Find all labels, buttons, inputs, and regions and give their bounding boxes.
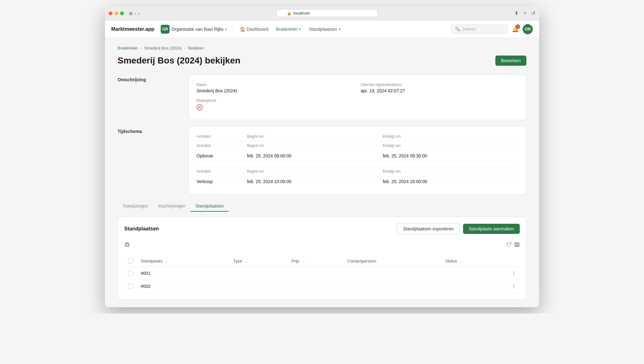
row-select-0[interactable] <box>128 271 133 276</box>
edit-button[interactable]: Bewerken <box>495 56 526 66</box>
col-prijs-header[interactable]: Prijs ⌄ <box>288 255 344 267</box>
share-icon[interactable]: ⬆ <box>514 10 518 16</box>
col-type-header[interactable]: Type ⌄ <box>229 255 288 267</box>
svg-rect-6 <box>515 243 516 247</box>
row-status-0 <box>441 267 507 280</box>
user-avatar[interactable]: OR <box>523 24 533 34</box>
tijdschema-card: Activiteit Begint om Eindigt om Activite… <box>189 126 526 195</box>
row-menu-1[interactable]: ⋮ <box>507 280 520 293</box>
standplaatsen-header: Standplaatsen Standplaatsen exporteren S… <box>124 223 520 234</box>
address-input[interactable]: 🔒 localhost <box>276 9 378 17</box>
back-button[interactable]: ‹ <box>135 11 136 16</box>
notification-button[interactable]: 🔔 0 <box>512 26 519 33</box>
sidebar-toggle[interactable]: ⊞ <box>129 11 133 16</box>
table-header-row: Standplaats ⌄ Type ⌄ Prijs ⌄ Contactpe <box>124 255 520 267</box>
svg-rect-8 <box>518 243 519 247</box>
nav-braderijen-label: Braderieën <box>276 27 298 32</box>
svg-rect-4 <box>126 245 128 246</box>
tab-inschrijvingen[interactable]: Inschrijvingen <box>153 201 190 212</box>
row-standplaats-0: #001 <box>137 267 229 280</box>
breadcrumb: Braderieën › Smederij Bos (2024) › Bekij… <box>118 46 526 50</box>
row-prijs-0 <box>288 267 344 280</box>
row-contact-1 <box>344 280 441 293</box>
org-chevron-icon: ▾ <box>225 27 227 32</box>
col-checkbox-header <box>124 255 137 267</box>
search-icon: 🔍 <box>455 27 460 31</box>
bc-sep-1: › <box>140 46 142 50</box>
naam-value: Smederij Bos (2024) <box>196 88 354 93</box>
navbar: Marktmeester.app OR Organisatie van Ravi… <box>105 20 539 38</box>
nav-standplaatsen[interactable]: Standplaatsen ▾ <box>306 27 343 32</box>
reload-icon[interactable]: ↺ <box>531 10 535 16</box>
omschrijving-label: Omschrijving <box>118 75 181 120</box>
plattegrond-icon <box>196 104 518 112</box>
create-standplaats-button[interactable]: Standplaats aanmaken <box>463 224 520 234</box>
row-checkbox-0 <box>124 267 137 280</box>
braderijen-chevron-icon: ▾ <box>299 27 301 32</box>
schedule-data-row-0: Opbouw feb. 25, 2024 08:00:00 feb. 25, 2… <box>196 151 518 161</box>
nav-standplaatsen-label: Standplaatsen <box>309 27 337 32</box>
eindigt-label-0: Eindigt om <box>383 141 518 151</box>
nav-dashboard-label: Dashboard <box>247 27 268 32</box>
svg-rect-7 <box>516 243 518 247</box>
begint-value-1: feb. 25, 2024 10:00:00 <box>247 176 383 187</box>
select-all-checkbox[interactable] <box>128 258 133 263</box>
tab-toewijzingen[interactable]: Toewijzingen <box>118 201 153 212</box>
col-contactpersoon-header: Contactpersoon <box>344 255 441 267</box>
data-table: Standplaats ⌄ Type ⌄ Prijs ⌄ Contactpe <box>124 255 520 293</box>
row-select-1[interactable] <box>128 284 133 289</box>
search-placeholder: Zoeken <box>462 27 476 31</box>
registratie-item: Uiterste registratiedatum apr. 19, 2024 … <box>361 83 518 93</box>
breadcrumb-smederij[interactable]: Smederij Bos (2024) <box>144 46 182 50</box>
begint-label-1: Begint om <box>247 167 383 176</box>
filter-button[interactable]: ⛉ 0 <box>506 242 512 248</box>
maximize-button[interactable] <box>120 11 124 15</box>
org-selector[interactable]: Organisatie van Ravi Rijks ▾ <box>171 27 227 32</box>
registratie-label: Uiterste registratiedatum <box>361 83 518 87</box>
schedule-header-row-1: Activiteit Begint om Eindigt om <box>196 167 518 176</box>
breadcrumb-braderijen[interactable]: Braderieën <box>118 46 138 50</box>
omschrijving-grid: Naam Smederij Bos (2024) Uiterste regist… <box>196 83 518 93</box>
standplaats-sort-icon: ⌄ <box>165 259 168 263</box>
forward-button[interactable]: › <box>138 11 140 16</box>
breadcrumb-bekijken: Bekijken <box>188 46 204 50</box>
address-bar: 🔒 localhost <box>142 9 512 17</box>
bc-sep-2: › <box>184 46 185 50</box>
eindigt-label-1: Eindigt om <box>383 167 518 176</box>
lock-icon: 🔒 <box>287 11 292 16</box>
eindigt-value-0: feb. 25, 2024 09:30:00 <box>383 151 518 161</box>
eindigt-value-1: feb. 25, 2024 16:00:00 <box>383 176 518 187</box>
nav-dashboard[interactable]: 🏠 Dashboard <box>237 27 271 32</box>
export-button[interactable]: Standplaatsen exporteren <box>397 223 460 234</box>
standplaatsen-actions: Standplaatsen exporteren Standplaats aan… <box>397 223 520 234</box>
nav-separator <box>232 25 232 33</box>
svg-point-5 <box>128 244 129 245</box>
columns-button[interactable] <box>514 242 520 249</box>
new-tab-icon[interactable]: ＋ <box>522 10 527 17</box>
row-menu-0[interactable]: ⋮ <box>507 267 520 280</box>
col-activiteit: Activiteit <box>196 134 247 141</box>
window-controls: ⊞ ‹ › <box>129 11 139 16</box>
table-row[interactable]: #002 ⋮ <box>124 280 520 293</box>
main-content: Braderieën › Smederij Bos (2024) › Bekij… <box>105 38 539 307</box>
schedule-header-row-0: Activiteit Begint om Eindigt om <box>196 141 518 151</box>
activiteit-label-1: Activiteit <box>196 167 247 176</box>
table-row[interactable]: #001 ⋮ <box>124 267 520 280</box>
begint-value-0: feb. 25, 2024 08:00:00 <box>247 151 383 161</box>
tab-standplaatsen[interactable]: Standplaatsen <box>190 201 229 212</box>
row-prijs-1 <box>288 280 344 293</box>
close-button[interactable] <box>109 11 113 15</box>
house-icon: 🏠 <box>240 27 245 32</box>
printer-button[interactable] <box>124 242 130 249</box>
minimize-button[interactable] <box>114 11 118 15</box>
search-box[interactable]: 🔍 Zoeken <box>451 24 508 34</box>
row-contact-0 <box>344 267 441 280</box>
standplaatsen-title: Standplaatsen <box>124 226 159 232</box>
nav-braderijen[interactable]: Braderieën ▾ <box>274 27 304 32</box>
col-status-header[interactable]: Status ⌄ <box>441 255 507 267</box>
toolbar-right: ⛉ 0 <box>506 242 520 249</box>
activiteit-label-0: Activiteit <box>196 141 247 151</box>
traffic-lights <box>109 11 124 15</box>
page-header: Smederij Bos (2024) bekijken Bewerken <box>118 56 526 66</box>
col-standplaats-header[interactable]: Standplaats ⌄ <box>137 255 229 267</box>
